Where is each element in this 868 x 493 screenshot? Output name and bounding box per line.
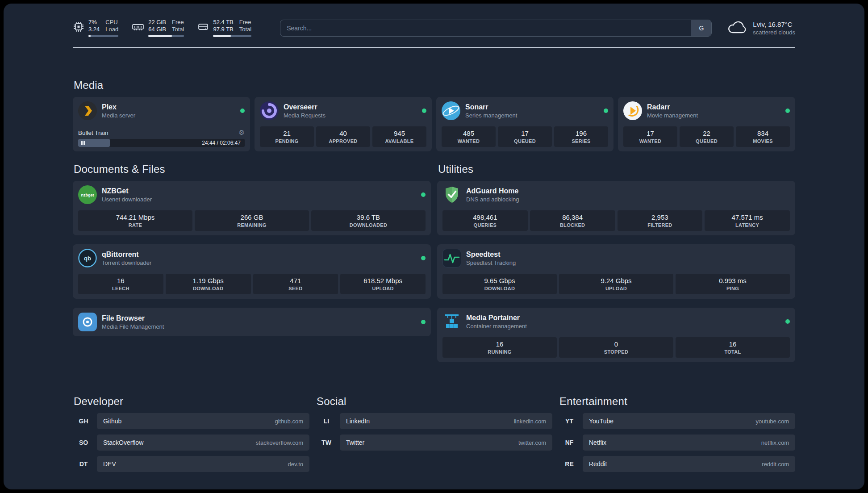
bookmark-abbr: LI bbox=[316, 418, 337, 425]
service-card-portainer[interactable]: Media Portainer Container management 16R… bbox=[437, 308, 795, 362]
section-title-developer: Developer bbox=[74, 395, 309, 408]
service-card-qbittorrent[interactable]: qb qBittorrent Torrent downloader 16LEEC… bbox=[73, 244, 431, 299]
stat-tile: 86,384BLOCKED bbox=[530, 210, 615, 231]
bookmark-abbr: RE bbox=[559, 460, 580, 468]
service-description: Container management bbox=[466, 322, 527, 330]
bookmark-abbr: NF bbox=[559, 439, 580, 446]
status-dot bbox=[240, 109, 245, 113]
service-card-overseerr[interactable]: Overseerr Media Requests 21PENDING 40APP… bbox=[255, 97, 432, 151]
service-card-plex[interactable]: Plex Media server Bullet Train ⚙ 24:44 bbox=[73, 97, 250, 151]
stat-tile: 17WANTED bbox=[623, 126, 677, 147]
bookmark-linkedin[interactable]: LI LinkedIn linkedin.com bbox=[316, 413, 552, 429]
service-description: Media File Management bbox=[102, 323, 164, 330]
service-description: Usenet downloader bbox=[102, 196, 152, 203]
bookmark-twitter[interactable]: TW Twitter twitter.com bbox=[316, 435, 552, 451]
service-name: Media Portainer bbox=[466, 313, 527, 322]
playback-time: 24:44 / 02:06:47 bbox=[202, 140, 241, 146]
plex-now-playing-widget: Bullet Train ⚙ 24:44 / 02:06:47 bbox=[78, 130, 245, 147]
status-dot bbox=[604, 109, 608, 113]
stat-tile: 17QUEUED bbox=[498, 126, 552, 147]
section-title-documents: Documents & Files bbox=[74, 163, 431, 175]
sonarr-icon bbox=[442, 101, 460, 120]
resource-widget-disk: 52.4 TB 97.9 TB Free Total bbox=[197, 19, 251, 37]
bookmark-name: Reddit bbox=[589, 460, 607, 468]
disk-progress-bar bbox=[213, 35, 251, 37]
bookmark-stackoverflow[interactable]: SO StackOverflow stackoverflow.com bbox=[73, 435, 309, 451]
stat-tile: 22QUEUED bbox=[680, 126, 734, 147]
stat-tile: 16RUNNING bbox=[442, 337, 557, 358]
bookmark-abbr: GH bbox=[73, 418, 94, 425]
service-card-adguard-home[interactable]: AdGuard Home DNS and adblocking 498,461Q… bbox=[437, 181, 795, 235]
cpu-load-value: 3.24 bbox=[88, 26, 100, 33]
service-name: Speedtest bbox=[466, 250, 516, 259]
bookmark-name: YouTube bbox=[589, 418, 613, 425]
stat-tile: 1.19 GbpsDOWNLOAD bbox=[166, 274, 251, 294]
stat-tile: 618.52 MbpsUPLOAD bbox=[340, 274, 426, 294]
stat-tile: 47.571 msLATENCY bbox=[705, 210, 790, 231]
bookmark-name: StackOverflow bbox=[103, 439, 143, 446]
playback-progress-bar: 24:44 / 02:06:47 bbox=[78, 139, 245, 147]
topbar-divider bbox=[73, 47, 795, 48]
radarr-icon bbox=[623, 101, 642, 120]
status-dot bbox=[785, 109, 790, 113]
service-description: Torrent downloader bbox=[102, 259, 151, 267]
topbar: 7% 3.24 CPU Load bbox=[73, 4, 795, 37]
bookmark-youtube[interactable]: YT YouTube youtube.com bbox=[559, 413, 795, 429]
cpu-load-label: Load bbox=[105, 26, 118, 33]
section-utilities: Utilities AdGuard Home DNS and adblockin… bbox=[437, 163, 795, 371]
search-box: G bbox=[280, 20, 712, 37]
svg-text:qb: qb bbox=[84, 255, 91, 262]
bookmark-domain: github.com bbox=[275, 418, 303, 425]
service-description: Movie management bbox=[647, 112, 698, 119]
service-card-filebrowser[interactable]: File Browser Media File Management bbox=[73, 308, 431, 336]
stat-tile: 471SEED bbox=[253, 274, 338, 294]
memory-total-label: Total bbox=[172, 26, 184, 33]
bookmark-domain: netflix.com bbox=[761, 439, 789, 446]
weather-widget: Lviv, 16.87°C scattered clouds bbox=[727, 20, 795, 37]
stat-tile: 40APPROVED bbox=[316, 126, 370, 147]
service-card-speedtest[interactable]: Speedtest Speedtest Tracking 9.65 GbpsDO… bbox=[437, 244, 795, 299]
service-description: DNS and adblocking bbox=[466, 196, 519, 203]
stat-tile: 0.993 msPING bbox=[676, 274, 790, 294]
service-name: File Browser bbox=[102, 314, 164, 323]
bookmark-netflix[interactable]: NF Netflix netflix.com bbox=[559, 435, 795, 451]
search-provider-button[interactable]: G bbox=[691, 20, 711, 36]
gear-icon[interactable]: ⚙ bbox=[239, 130, 245, 136]
plex-icon bbox=[78, 101, 97, 120]
qbittorrent-icon: qb bbox=[78, 249, 97, 267]
bookmark-name: DEV bbox=[103, 460, 116, 468]
service-card-sonarr[interactable]: Sonarr Series management 485WANTED 17QUE… bbox=[436, 97, 613, 151]
bookmark-dev[interactable]: DT DEV dev.to bbox=[73, 456, 309, 472]
search-input[interactable] bbox=[280, 20, 691, 36]
disk-icon bbox=[197, 19, 209, 34]
bookmark-group-entertainment: Entertainment YT YouTube youtube.com NF … bbox=[559, 395, 795, 477]
bookmark-abbr: SO bbox=[73, 439, 94, 446]
pause-icon bbox=[81, 141, 85, 145]
service-name: qBittorrent bbox=[102, 250, 151, 259]
cpu-usage-value: 7% bbox=[88, 19, 100, 26]
service-card-radarr[interactable]: Radarr Movie management 17WANTED 22QUEUE… bbox=[618, 97, 795, 151]
screen: 7% 3.24 CPU Load bbox=[0, 0, 868, 493]
bookmark-domain: dev.to bbox=[288, 461, 303, 468]
bookmark-domain: youtube.com bbox=[756, 418, 789, 425]
status-dot bbox=[421, 320, 426, 324]
stat-tile: 9.24 GbpsUPLOAD bbox=[559, 274, 673, 294]
cpu-progress-bar bbox=[88, 35, 118, 37]
speedtest-icon bbox=[442, 249, 461, 267]
bookmark-reddit[interactable]: RE Reddit reddit.com bbox=[559, 456, 795, 472]
resource-widget-cpu: 7% 3.24 CPU Load bbox=[73, 19, 118, 37]
stat-tile: 485WANTED bbox=[442, 126, 496, 147]
status-dot bbox=[422, 109, 426, 113]
bookmark-abbr: DT bbox=[73, 460, 94, 468]
bookmark-domain: twitter.com bbox=[518, 439, 546, 446]
memory-free-value: 22 GiB bbox=[148, 19, 166, 26]
bookmark-abbr: YT bbox=[559, 418, 580, 425]
disk-free-value: 52.4 TB bbox=[213, 19, 233, 26]
bookmark-github[interactable]: GH Github github.com bbox=[73, 413, 309, 429]
bookmark-name: Twitter bbox=[346, 439, 364, 446]
now-playing-title: Bullet Train bbox=[78, 130, 108, 136]
disk-total-label: Total bbox=[239, 26, 251, 33]
resource-widget-memory: 22 GiB 64 GiB Free Total bbox=[132, 19, 184, 37]
memory-total-value: 64 GiB bbox=[148, 26, 166, 33]
service-card-nzbget[interactable]: nzbget NZBGet Usenet downloader 744.21 M… bbox=[73, 181, 431, 235]
